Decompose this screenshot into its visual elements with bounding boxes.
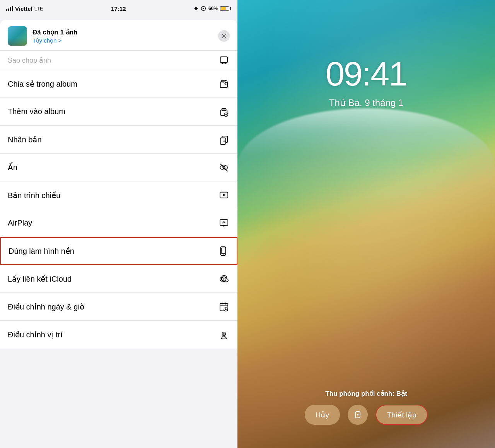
hide-icon — [218, 162, 230, 173]
right-panel: 09:41 Thứ Ba, 9 tháng 1 Thu phóng phối c… — [237, 0, 495, 448]
calendar-icon — [218, 301, 230, 313]
screen-icon — [201, 6, 206, 11]
menu-item-label: AirPlay — [8, 219, 32, 227]
network-label: LTE — [34, 6, 43, 12]
share-icon-button[interactable] — [348, 405, 368, 425]
menu-item-label: Ẩn — [8, 163, 17, 172]
header-title: Đã chọn 1 ảnh — [32, 28, 213, 36]
perspective-text: Thu phóng phối cảnh: Bật — [325, 390, 407, 398]
status-time: 17:12 — [111, 5, 126, 12]
svg-point-25 — [223, 333, 225, 335]
location-icon — [194, 6, 198, 11]
icloud-icon — [218, 273, 230, 285]
menu-list: Sao chop ảnh Chia sẻ trong album — [0, 51, 237, 448]
wallpaper-icon — [217, 245, 229, 257]
menu-item-label: Bản trình chiếu — [8, 191, 60, 200]
share-header: Đã chọn 1 ảnh Tùy chọn > — [0, 20, 237, 51]
setup-button[interactable]: Thiết lập — [376, 405, 428, 425]
slideshow-icon — [218, 190, 230, 201]
menu-item-label: Sao chop ảnh — [8, 56, 51, 65]
bottom-buttons: Hủy Thiết lập — [305, 405, 428, 425]
svg-point-20 — [223, 254, 224, 255]
screenshot-icon — [218, 55, 230, 66]
menu-item-add-album[interactable]: Thêm vào album — [0, 98, 237, 126]
share-album-icon — [218, 78, 230, 90]
menu-item-adjust-location[interactable]: Điều chỉnh vị trí — [0, 321, 237, 349]
svg-rect-3 — [220, 56, 228, 62]
battery-icon — [220, 6, 231, 11]
menu-item-label: Lấy liên kết iCloud — [8, 274, 72, 284]
photo-thumbnail — [8, 26, 27, 46]
menu-item-duplicate[interactable]: Nhân bản — [0, 126, 237, 154]
add-album-icon — [218, 106, 230, 118]
menu-item-icloud[interactable]: Lấy liên kết iCloud — [0, 265, 237, 293]
lock-date: Thứ Ba, 9 tháng 1 — [237, 97, 495, 108]
menu-item-label: Nhân bản — [8, 135, 42, 144]
cancel-button[interactable]: Hủy — [305, 405, 340, 425]
menu-item-airplay[interactable]: AirPlay — [0, 209, 237, 237]
menu-item-screenshot[interactable]: Sao chop ảnh — [0, 51, 237, 70]
svg-marker-17 — [222, 225, 225, 227]
menu-item-label: Điều chỉnh vị trí — [8, 330, 63, 339]
svg-point-0 — [195, 8, 197, 9]
menu-item-label: Thêm vào album — [8, 107, 65, 116]
svg-point-27 — [357, 414, 358, 416]
signal-bars-icon — [6, 6, 13, 11]
menu-item-label: Dùng làm hình nền — [9, 246, 74, 256]
status-right: 66% — [194, 6, 231, 11]
menu-item-hide[interactable]: Ẩn — [0, 154, 237, 181]
airplay-icon — [218, 217, 230, 229]
lock-time: 09:41 — [237, 54, 495, 94]
svg-rect-16 — [220, 219, 228, 225]
menu-item-label: Chia sẻ trong album — [8, 79, 77, 89]
options-link[interactable]: Tùy chọn > — [32, 37, 213, 44]
menu-item-slideshow[interactable]: Bản trình chiếu — [0, 181, 237, 209]
close-button[interactable] — [218, 30, 230, 42]
status-bar: Viettel LTE 17:12 66% — [0, 0, 237, 17]
menu-item-adjust-date[interactable]: Điều chỉnh ngày & giờ — [0, 293, 237, 321]
duplicate-icon — [218, 134, 230, 145]
menu-item-label: Điều chỉnh ngày & giờ — [8, 302, 84, 311]
location-pin-icon — [218, 329, 230, 340]
wave-area — [237, 108, 495, 224]
svg-marker-15 — [223, 193, 225, 196]
svg-point-2 — [203, 8, 204, 9]
bottom-controls: Thu phóng phối cảnh: Bật Hủy Thiết lập — [237, 390, 495, 425]
menu-item-wallpaper[interactable]: Dùng làm hình nền — [0, 237, 237, 265]
header-text: Đã chọn 1 ảnh Tùy chọn > — [32, 28, 213, 44]
battery-percent: 66% — [208, 6, 218, 11]
svg-rect-19 — [221, 248, 225, 254]
status-left: Viettel LTE — [6, 5, 43, 12]
carrier-label: Viettel — [15, 5, 32, 12]
menu-item-share-album[interactable]: Chia sẻ trong album — [0, 70, 237, 98]
left-panel: Viettel LTE 17:12 66% — [0, 0, 237, 448]
